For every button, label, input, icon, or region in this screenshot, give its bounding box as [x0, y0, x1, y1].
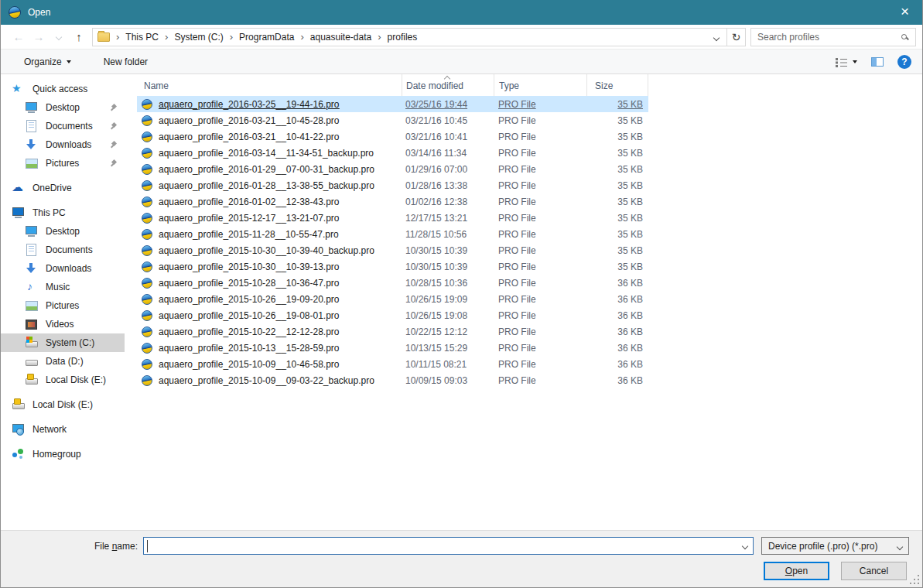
- command-toolbar: Organize New folder ?: [1, 50, 922, 74]
- file-row[interactable]: aquaero_profile_2015-10-30__10-39-13.pro…: [137, 258, 648, 275]
- aquasuite-file-icon: [142, 115, 152, 126]
- sidebar-item-pictures[interactable]: Pictures: [1, 296, 125, 315]
- breadcrumb-separator-icon: ›: [230, 31, 233, 43]
- breadcrumb-this-pc[interactable]: This PC: [125, 32, 159, 43]
- file-row[interactable]: aquaero_profile_2015-10-26__19-08-01.pro…: [137, 307, 648, 323]
- desktop-icon: [25, 225, 37, 238]
- sidebar-item-data-d[interactable]: Data (D:): [1, 352, 125, 371]
- breadcrumb-system-c[interactable]: System (C:): [174, 32, 223, 43]
- videos-icon: [25, 318, 37, 330]
- documents-icon: [25, 120, 37, 132]
- refresh-button[interactable]: ↻: [727, 28, 746, 46]
- navigation-pane: Quick access Desktop Documents: [1, 74, 125, 530]
- file-row[interactable]: aquaero_profile_2015-10-28__10-36-47.pro…: [137, 275, 648, 291]
- forward-button[interactable]: →: [29, 28, 49, 46]
- file-row[interactable]: aquaero_profile_2016-03-14__11-34-51_bac…: [137, 145, 648, 161]
- sidebar-item-downloads[interactable]: Downloads: [1, 259, 125, 278]
- new-folder-button[interactable]: New folder: [104, 56, 148, 67]
- address-dropdown-button[interactable]: [714, 32, 719, 43]
- aquasuite-file-icon: [142, 229, 152, 240]
- open-file-dialog: Open × ← → ↑ › This PC › System (C:): [0, 0, 923, 588]
- sidebar-item-system-c[interactable]: System (C:): [1, 333, 125, 352]
- file-row[interactable]: aquaero_profile_2015-11-28__10-55-47.pro…: [137, 226, 648, 242]
- sidebar-item-network[interactable]: Network: [1, 420, 125, 439]
- breadcrumb-programdata[interactable]: ProgramData: [239, 32, 294, 43]
- sidebar-item-local-disk-e[interactable]: Local Disk (E:): [1, 371, 125, 389]
- downloads-icon: [25, 138, 37, 151]
- onedrive-icon: [12, 182, 24, 194]
- aquasuite-file-icon: [142, 310, 152, 321]
- title-bar: Open ×: [1, 0, 922, 25]
- sidebar-item-pictures[interactable]: Pictures: [1, 154, 125, 173]
- aquasuite-file-icon: [142, 359, 152, 370]
- sidebar-item-this-pc[interactable]: This PC: [1, 203, 125, 222]
- pin-icon: [109, 159, 118, 168]
- sidebar-item-desktop[interactable]: Desktop: [1, 98, 125, 117]
- up-button[interactable]: ↑: [69, 28, 89, 46]
- file-row[interactable]: aquaero_profile_2016-01-02__12-38-43.pro…: [137, 193, 648, 210]
- file-row[interactable]: aquaero_profile_2016-03-25__19-44-16.pro…: [137, 96, 648, 112]
- folder-icon: [97, 32, 110, 42]
- search-input[interactable]: [751, 29, 915, 46]
- address-bar[interactable]: › This PC › System (C:) › ProgramData: [92, 28, 727, 46]
- file-row[interactable]: aquaero_profile_2015-10-30__10-39-40_bac…: [137, 242, 648, 258]
- file-row[interactable]: aquaero_profile_2016-01-29__07-00-31_bac…: [137, 161, 648, 177]
- file-row[interactable]: aquaero_profile_2015-10-26__19-09-20.pro…: [137, 291, 648, 307]
- aquasuite-app-icon: [9, 6, 21, 19]
- aquasuite-file-icon: [142, 262, 152, 272]
- file-type-select[interactable]: Device profile (.pro) (*.pro): [761, 537, 909, 555]
- file-row[interactable]: aquaero_profile_2016-01-28__13-38-55_bac…: [137, 177, 648, 193]
- sidebar-item-quick-access[interactable]: Quick access: [1, 80, 125, 98]
- sidebar-item-homegroup[interactable]: Homegroup: [1, 445, 125, 463]
- sidebar-item-music[interactable]: Music: [1, 278, 125, 296]
- file-row[interactable]: aquaero_profile_2015-10-13__15-28-59.pro…: [137, 340, 648, 356]
- sidebar-item-onedrive[interactable]: OneDrive: [1, 179, 125, 197]
- cancel-button[interactable]: Cancel: [841, 562, 907, 580]
- sidebar-item-downloads[interactable]: Downloads: [1, 135, 125, 154]
- aquasuite-file-icon: [142, 343, 152, 354]
- change-view-button[interactable]: [836, 57, 857, 67]
- navigation-bar: ← → ↑ › This PC › System (C:): [1, 25, 922, 50]
- file-row[interactable]: aquaero_profile_2016-03-21__10-41-22.pro…: [137, 128, 648, 145]
- resize-grip[interactable]: [910, 575, 919, 584]
- aquasuite-file-icon: [142, 148, 152, 159]
- open-button[interactable]: Open: [764, 562, 829, 580]
- column-header-name[interactable]: Name: [137, 74, 402, 96]
- column-headers: Name Date modified Type Size: [137, 74, 648, 96]
- pin-icon: [109, 140, 118, 149]
- file-row[interactable]: aquaero_profile_2016-03-21__10-45-28.pro…: [137, 112, 648, 128]
- desktop-icon: [25, 101, 37, 114]
- search-icon[interactable]: [901, 34, 907, 39]
- file-row[interactable]: aquaero_profile_2015-12-17__13-21-07.pro…: [137, 210, 648, 226]
- sidebar-item-local-disk-e[interactable]: Local Disk (E:): [1, 395, 125, 414]
- breadcrumb-separator-icon: ›: [165, 31, 168, 43]
- file-row[interactable]: aquaero_profile_2015-10-22__12-12-28.pro…: [137, 323, 648, 340]
- sidebar-item-documents[interactable]: Documents: [1, 117, 125, 135]
- breadcrumb-profiles[interactable]: profiles: [388, 32, 418, 43]
- help-icon[interactable]: ?: [897, 55, 911, 69]
- sidebar-item-videos[interactable]: Videos: [1, 315, 125, 333]
- aquasuite-file-icon: [142, 197, 152, 207]
- close-button[interactable]: ×: [887, 0, 922, 25]
- aquasuite-file-icon: [142, 99, 152, 110]
- sidebar-item-documents[interactable]: Documents: [1, 241, 125, 259]
- column-header-date-modified[interactable]: Date modified: [402, 74, 494, 96]
- recent-locations-button[interactable]: [49, 28, 69, 46]
- column-header-type[interactable]: Type: [494, 74, 586, 96]
- window-title: Open: [28, 7, 50, 18]
- organize-button[interactable]: Organize: [24, 56, 71, 67]
- file-row[interactable]: aquaero_profile_2015-10-09__10-46-58.pro…: [137, 356, 648, 372]
- column-header-size[interactable]: Size: [586, 74, 648, 96]
- file-row[interactable]: aquaero_profile_2015-10-09__09-03-22_bac…: [137, 372, 648, 388]
- pin-icon: [109, 103, 118, 112]
- back-button[interactable]: ←: [9, 28, 29, 46]
- downloads-icon: [25, 262, 37, 275]
- details-view-icon: [836, 57, 847, 67]
- sidebar-item-desktop[interactable]: Desktop: [1, 222, 125, 241]
- preview-pane-icon[interactable]: [871, 57, 884, 67]
- chevron-down-icon: [742, 542, 748, 549]
- file-name-input[interactable]: [144, 538, 737, 554]
- file-name-dropdown-button[interactable]: [737, 538, 753, 554]
- chevron-down-icon: [713, 34, 720, 40]
- breadcrumb-aquasuite-data[interactable]: aquasuite-data: [310, 32, 371, 43]
